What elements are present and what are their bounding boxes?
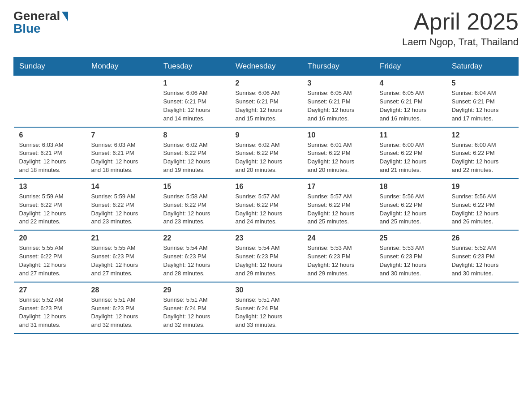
day-info: Sunrise: 5:56 AMSunset: 6:22 PMDaylight:… — [380, 193, 441, 226]
calendar-week-row: 6Sunrise: 6:03 AMSunset: 6:21 PMDaylight… — [14, 127, 519, 179]
day-info: Sunrise: 5:57 AMSunset: 6:22 PMDaylight:… — [308, 193, 369, 226]
calendar-cell: 5Sunrise: 6:04 AMSunset: 6:21 PMDaylight… — [446, 76, 519, 127]
calendar-cell: 20Sunrise: 5:55 AMSunset: 6:22 PMDayligh… — [14, 230, 86, 282]
calendar-cell: 6Sunrise: 6:03 AMSunset: 6:21 PMDaylight… — [14, 127, 86, 179]
day-number: 15 — [163, 183, 225, 191]
day-number: 27 — [19, 286, 81, 294]
logo-triangle-icon — [62, 12, 68, 21]
location-title: Laem Ngop, Trat, Thailand — [402, 36, 519, 48]
day-number: 6 — [19, 131, 81, 139]
calendar-cell: 2Sunrise: 6:06 AMSunset: 6:21 PMDaylight… — [230, 76, 302, 127]
calendar-cell: 18Sunrise: 5:56 AMSunset: 6:22 PMDayligh… — [374, 179, 446, 230]
day-number: 12 — [452, 131, 513, 139]
day-info: Sunrise: 5:57 AMSunset: 6:22 PMDaylight:… — [236, 193, 297, 226]
day-number: 20 — [19, 234, 81, 242]
calendar-week-row: 20Sunrise: 5:55 AMSunset: 6:22 PMDayligh… — [14, 230, 519, 282]
day-number: 7 — [91, 131, 153, 139]
day-info: Sunrise: 6:04 AMSunset: 6:21 PMDaylight:… — [452, 89, 513, 123]
day-number: 29 — [163, 286, 225, 294]
day-info: Sunrise: 5:59 AMSunset: 6:22 PMDaylight:… — [19, 193, 81, 226]
weekday-header-monday: Monday — [86, 57, 158, 76]
day-info: Sunrise: 6:02 AMSunset: 6:22 PMDaylight:… — [236, 141, 297, 175]
calendar-cell: 7Sunrise: 6:03 AMSunset: 6:21 PMDaylight… — [86, 127, 158, 179]
day-number: 2 — [236, 79, 297, 87]
calendar-cell: 12Sunrise: 6:00 AMSunset: 6:22 PMDayligh… — [446, 127, 519, 179]
calendar-cell: 4Sunrise: 6:05 AMSunset: 6:21 PMDaylight… — [374, 76, 446, 127]
day-number: 4 — [380, 79, 441, 87]
month-title: April 2025 — [402, 9, 519, 34]
day-info: Sunrise: 5:59 AMSunset: 6:22 PMDaylight:… — [91, 193, 153, 226]
calendar-cell: 29Sunrise: 5:51 AMSunset: 6:24 PMDayligh… — [158, 282, 230, 334]
calendar-cell: 9Sunrise: 6:02 AMSunset: 6:22 PMDaylight… — [230, 127, 302, 179]
logo-blue-text: Blue — [13, 21, 41, 36]
calendar-body: 1Sunrise: 6:06 AMSunset: 6:21 PMDaylight… — [14, 76, 519, 334]
day-info: Sunrise: 6:00 AMSunset: 6:22 PMDaylight:… — [380, 141, 441, 175]
weekday-header-thursday: Thursday — [302, 57, 374, 76]
day-info: Sunrise: 5:56 AMSunset: 6:22 PMDaylight:… — [452, 193, 513, 226]
day-info: Sunrise: 5:52 AMSunset: 6:23 PMDaylight:… — [452, 244, 513, 278]
weekday-header-wednesday: Wednesday — [230, 57, 302, 76]
title-section: April 2025 Laem Ngop, Trat, Thailand — [402, 9, 519, 48]
calendar-cell: 19Sunrise: 5:56 AMSunset: 6:22 PMDayligh… — [446, 179, 519, 230]
day-info: Sunrise: 6:06 AMSunset: 6:21 PMDaylight:… — [163, 89, 225, 123]
day-info: Sunrise: 5:55 AMSunset: 6:23 PMDaylight:… — [91, 244, 153, 278]
day-info: Sunrise: 5:55 AMSunset: 6:22 PMDaylight:… — [19, 244, 81, 278]
weekday-header-row: SundayMondayTuesdayWednesdayThursdayFrid… — [14, 57, 519, 76]
calendar-week-row: 27Sunrise: 5:52 AMSunset: 6:23 PMDayligh… — [14, 282, 519, 334]
day-number: 11 — [380, 131, 441, 139]
day-number: 16 — [236, 183, 297, 191]
day-info: Sunrise: 5:52 AMSunset: 6:23 PMDaylight:… — [19, 296, 81, 330]
day-info: Sunrise: 6:05 AMSunset: 6:21 PMDaylight:… — [308, 89, 369, 123]
calendar-cell: 16Sunrise: 5:57 AMSunset: 6:22 PMDayligh… — [230, 179, 302, 230]
day-number: 8 — [163, 131, 225, 139]
calendar-cell: 1Sunrise: 6:06 AMSunset: 6:21 PMDaylight… — [158, 76, 230, 127]
weekday-header-tuesday: Tuesday — [158, 57, 230, 76]
calendar-cell: 30Sunrise: 5:51 AMSunset: 6:24 PMDayligh… — [230, 282, 302, 334]
calendar-cell — [86, 76, 158, 127]
calendar-cell: 28Sunrise: 5:51 AMSunset: 6:23 PMDayligh… — [86, 282, 158, 334]
day-number: 26 — [452, 234, 513, 242]
calendar-header: SundayMondayTuesdayWednesdayThursdayFrid… — [14, 57, 519, 76]
day-info: Sunrise: 5:53 AMSunset: 6:23 PMDaylight:… — [380, 244, 441, 278]
day-number: 9 — [236, 131, 297, 139]
calendar-cell — [446, 282, 519, 334]
weekday-header-saturday: Saturday — [446, 57, 519, 76]
calendar-cell: 15Sunrise: 5:58 AMSunset: 6:22 PMDayligh… — [158, 179, 230, 230]
calendar-week-row: 1Sunrise: 6:06 AMSunset: 6:21 PMDaylight… — [14, 76, 519, 127]
logo: General Blue — [13, 9, 68, 36]
day-number: 21 — [91, 234, 153, 242]
day-info: Sunrise: 6:01 AMSunset: 6:22 PMDaylight:… — [308, 141, 369, 175]
calendar-cell: 23Sunrise: 5:54 AMSunset: 6:23 PMDayligh… — [230, 230, 302, 282]
day-number: 23 — [236, 234, 297, 242]
day-info: Sunrise: 5:54 AMSunset: 6:23 PMDaylight:… — [163, 244, 225, 278]
day-number: 13 — [19, 183, 81, 191]
day-number: 10 — [308, 131, 369, 139]
calendar-cell — [302, 282, 374, 334]
day-number: 18 — [380, 183, 441, 191]
calendar-cell: 22Sunrise: 5:54 AMSunset: 6:23 PMDayligh… — [158, 230, 230, 282]
day-info: Sunrise: 5:51 AMSunset: 6:24 PMDaylight:… — [236, 296, 297, 330]
day-info: Sunrise: 6:05 AMSunset: 6:21 PMDaylight:… — [380, 89, 441, 123]
weekday-header-sunday: Sunday — [14, 57, 86, 76]
calendar-cell: 3Sunrise: 6:05 AMSunset: 6:21 PMDaylight… — [302, 76, 374, 127]
day-number: 19 — [452, 183, 513, 191]
day-number: 24 — [308, 234, 369, 242]
page-header: General Blue April 2025 Laem Ngop, Trat,… — [13, 9, 519, 48]
calendar-cell: 27Sunrise: 5:52 AMSunset: 6:23 PMDayligh… — [14, 282, 86, 334]
day-number: 3 — [308, 79, 369, 87]
calendar-cell: 13Sunrise: 5:59 AMSunset: 6:22 PMDayligh… — [14, 179, 86, 230]
day-info: Sunrise: 6:00 AMSunset: 6:22 PMDaylight:… — [452, 141, 513, 175]
calendar-cell: 10Sunrise: 6:01 AMSunset: 6:22 PMDayligh… — [302, 127, 374, 179]
day-info: Sunrise: 5:54 AMSunset: 6:23 PMDaylight:… — [236, 244, 297, 278]
calendar-cell: 24Sunrise: 5:53 AMSunset: 6:23 PMDayligh… — [302, 230, 374, 282]
day-info: Sunrise: 6:06 AMSunset: 6:21 PMDaylight:… — [236, 89, 297, 123]
day-info: Sunrise: 5:58 AMSunset: 6:22 PMDaylight:… — [163, 193, 225, 226]
calendar-cell: 17Sunrise: 5:57 AMSunset: 6:22 PMDayligh… — [302, 179, 374, 230]
calendar-cell — [374, 282, 446, 334]
day-number: 28 — [91, 286, 153, 294]
calendar-cell: 26Sunrise: 5:52 AMSunset: 6:23 PMDayligh… — [446, 230, 519, 282]
calendar-cell: 21Sunrise: 5:55 AMSunset: 6:23 PMDayligh… — [86, 230, 158, 282]
calendar-cell: 8Sunrise: 6:02 AMSunset: 6:22 PMDaylight… — [158, 127, 230, 179]
calendar-cell: 11Sunrise: 6:00 AMSunset: 6:22 PMDayligh… — [374, 127, 446, 179]
day-info: Sunrise: 5:51 AMSunset: 6:24 PMDaylight:… — [163, 296, 225, 330]
